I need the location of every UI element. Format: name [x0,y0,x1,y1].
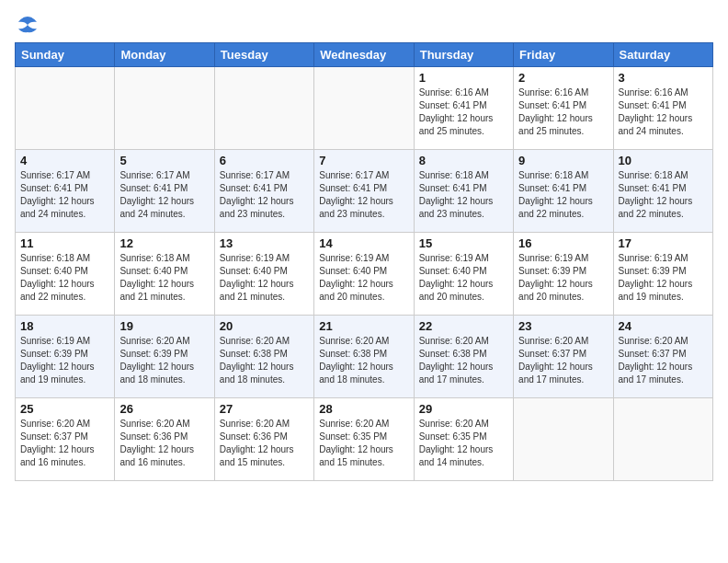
calendar-cell: 22Sunrise: 6:20 AM Sunset: 6:38 PM Dayli… [414,316,513,398]
cell-info: Sunrise: 6:20 AM Sunset: 6:38 PM Dayligh… [419,335,508,386]
calendar-cell: 17Sunrise: 6:19 AM Sunset: 6:39 PM Dayli… [613,233,712,316]
day-number: 24 [619,319,708,333]
calendar-week-5: 25Sunrise: 6:20 AM Sunset: 6:37 PM Dayli… [16,398,713,481]
cell-info: Sunrise: 6:17 AM Sunset: 6:41 PM Dayligh… [20,169,109,221]
day-number: 7 [319,154,408,167]
cell-info: Sunrise: 6:19 AM Sunset: 6:39 PM Dayligh… [20,335,109,386]
calendar-week-1: 1Sunrise: 6:16 AM Sunset: 6:41 PM Daylig… [16,67,713,150]
calendar-cell [613,398,712,481]
cell-info: Sunrise: 6:20 AM Sunset: 6:39 PM Dayligh… [119,335,209,386]
day-number: 27 [220,402,309,416]
day-number: 15 [419,236,508,250]
page-header [15,15,713,35]
day-number: 13 [220,236,309,250]
cell-info: Sunrise: 6:16 AM Sunset: 6:41 PM Dayligh… [619,86,708,138]
calendar-cell: 29Sunrise: 6:20 AM Sunset: 6:35 PM Dayli… [414,398,513,481]
day-header-tuesday: Tuesday [214,43,313,67]
calendar-cell: 19Sunrise: 6:20 AM Sunset: 6:39 PM Dayli… [115,316,214,398]
calendar-cell: 3Sunrise: 6:16 AM Sunset: 6:41 PM Daylig… [613,67,712,150]
day-number: 18 [20,319,109,333]
cell-info: Sunrise: 6:19 AM Sunset: 6:40 PM Dayligh… [319,252,408,304]
cell-info: Sunrise: 6:20 AM Sunset: 6:35 PM Dayligh… [319,418,408,469]
day-header-wednesday: Wednesday [314,43,414,67]
cell-info: Sunrise: 6:16 AM Sunset: 6:41 PM Dayligh… [419,86,508,138]
day-number: 21 [319,319,408,333]
calendar-header: SundayMondayTuesdayWednesdayThursdayFrid… [16,43,713,67]
day-number: 22 [419,319,508,333]
day-number: 26 [119,402,209,416]
day-number: 28 [319,402,408,416]
day-number: 14 [319,236,408,250]
calendar-cell: 28Sunrise: 6:20 AM Sunset: 6:35 PM Dayli… [314,398,414,481]
calendar-cell: 15Sunrise: 6:19 AM Sunset: 6:40 PM Dayli… [414,233,513,316]
day-number: 17 [619,236,708,250]
calendar-cell: 24Sunrise: 6:20 AM Sunset: 6:37 PM Dayli… [613,316,712,398]
calendar-cell: 10Sunrise: 6:18 AM Sunset: 6:41 PM Dayli… [613,150,712,233]
day-number: 1 [419,71,508,85]
cell-info: Sunrise: 6:20 AM Sunset: 6:37 PM Dayligh… [518,335,608,386]
cell-info: Sunrise: 6:20 AM Sunset: 6:35 PM Dayligh… [419,418,508,469]
cell-info: Sunrise: 6:20 AM Sunset: 6:38 PM Dayligh… [220,335,309,386]
cell-info: Sunrise: 6:19 AM Sunset: 6:40 PM Dayligh… [419,252,508,304]
day-header-saturday: Saturday [613,43,712,67]
calendar-cell: 13Sunrise: 6:19 AM Sunset: 6:40 PM Dayli… [214,233,313,316]
calendar-cell [514,398,613,481]
cell-info: Sunrise: 6:18 AM Sunset: 6:41 PM Dayligh… [419,169,508,221]
cell-info: Sunrise: 6:20 AM Sunset: 6:37 PM Dayligh… [20,418,109,469]
calendar-cell: 18Sunrise: 6:19 AM Sunset: 6:39 PM Dayli… [16,316,115,398]
day-number: 20 [220,319,309,333]
cell-info: Sunrise: 6:17 AM Sunset: 6:41 PM Dayligh… [119,169,209,221]
cell-info: Sunrise: 6:20 AM Sunset: 6:36 PM Dayligh… [220,418,309,469]
day-number: 16 [518,236,608,250]
day-header-monday: Monday [115,43,214,67]
logo [15,15,44,35]
calendar-cell: 25Sunrise: 6:20 AM Sunset: 6:37 PM Dayli… [16,398,115,481]
cell-info: Sunrise: 6:20 AM Sunset: 6:36 PM Dayligh… [119,418,209,469]
day-number: 10 [619,154,708,167]
calendar-week-4: 18Sunrise: 6:19 AM Sunset: 6:39 PM Dayli… [16,316,713,398]
calendar-cell [314,67,414,150]
calendar-cell: 5Sunrise: 6:17 AM Sunset: 6:41 PM Daylig… [115,150,214,233]
cell-info: Sunrise: 6:19 AM Sunset: 6:40 PM Dayligh… [220,252,309,304]
calendar-cell: 14Sunrise: 6:19 AM Sunset: 6:40 PM Dayli… [314,233,414,316]
header-row: SundayMondayTuesdayWednesdayThursdayFrid… [16,43,713,67]
day-number: 8 [419,154,508,167]
cell-info: Sunrise: 6:20 AM Sunset: 6:37 PM Dayligh… [619,335,708,386]
cell-info: Sunrise: 6:17 AM Sunset: 6:41 PM Dayligh… [319,169,408,221]
calendar-cell: 12Sunrise: 6:18 AM Sunset: 6:40 PM Dayli… [115,233,214,316]
calendar-cell: 2Sunrise: 6:16 AM Sunset: 6:41 PM Daylig… [514,67,613,150]
day-number: 5 [119,154,209,167]
cell-info: Sunrise: 6:18 AM Sunset: 6:40 PM Dayligh… [119,252,209,304]
day-number: 23 [518,319,608,333]
cell-info: Sunrise: 6:17 AM Sunset: 6:41 PM Dayligh… [220,169,309,221]
cell-info: Sunrise: 6:18 AM Sunset: 6:41 PM Dayligh… [518,169,608,221]
calendar-cell: 6Sunrise: 6:17 AM Sunset: 6:41 PM Daylig… [214,150,313,233]
calendar-cell: 8Sunrise: 6:18 AM Sunset: 6:41 PM Daylig… [414,150,513,233]
day-number: 9 [518,154,608,167]
calendar-cell: 16Sunrise: 6:19 AM Sunset: 6:39 PM Dayli… [514,233,613,316]
logo-icon [15,15,40,35]
calendar-cell: 20Sunrise: 6:20 AM Sunset: 6:38 PM Dayli… [214,316,313,398]
day-number: 12 [119,236,209,250]
calendar-cell [16,67,115,150]
calendar-body: 1Sunrise: 6:16 AM Sunset: 6:41 PM Daylig… [16,67,713,481]
day-number: 29 [419,402,508,416]
calendar-table: SundayMondayTuesdayWednesdayThursdayFrid… [15,42,713,481]
day-number: 3 [619,71,708,85]
day-number: 19 [119,319,209,333]
day-header-friday: Friday [514,43,613,67]
calendar-cell: 27Sunrise: 6:20 AM Sunset: 6:36 PM Dayli… [214,398,313,481]
calendar-week-2: 4Sunrise: 6:17 AM Sunset: 6:41 PM Daylig… [16,150,713,233]
day-number: 4 [20,154,109,167]
calendar-cell: 26Sunrise: 6:20 AM Sunset: 6:36 PM Dayli… [115,398,214,481]
calendar-week-3: 11Sunrise: 6:18 AM Sunset: 6:40 PM Dayli… [16,233,713,316]
cell-info: Sunrise: 6:18 AM Sunset: 6:41 PM Dayligh… [619,169,708,221]
calendar-cell [115,67,214,150]
calendar-cell: 1Sunrise: 6:16 AM Sunset: 6:41 PM Daylig… [414,67,513,150]
cell-info: Sunrise: 6:18 AM Sunset: 6:40 PM Dayligh… [20,252,109,304]
calendar-cell: 7Sunrise: 6:17 AM Sunset: 6:41 PM Daylig… [314,150,414,233]
calendar-cell: 21Sunrise: 6:20 AM Sunset: 6:38 PM Dayli… [314,316,414,398]
calendar-cell: 23Sunrise: 6:20 AM Sunset: 6:37 PM Dayli… [514,316,613,398]
calendar-cell: 11Sunrise: 6:18 AM Sunset: 6:40 PM Dayli… [16,233,115,316]
day-number: 2 [518,71,608,85]
